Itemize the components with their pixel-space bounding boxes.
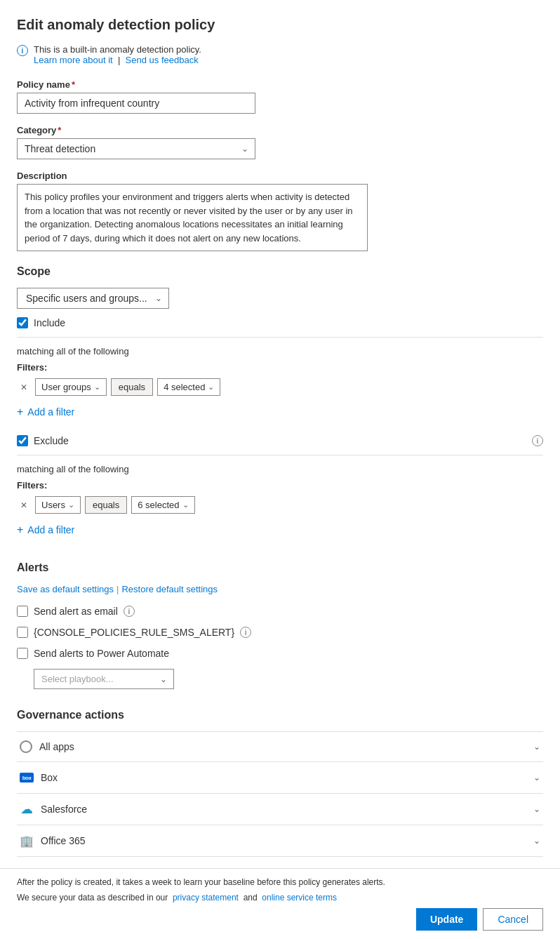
scope-dropdown[interactable]: Specific users and groups... xyxy=(17,288,169,309)
footer-info-text: After the policy is created, it takes a … xyxy=(17,877,543,887)
policy-name-input[interactable] xyxy=(17,93,255,114)
exclude-filter-row: ✕ Users equals 6 selected xyxy=(17,496,543,514)
exclude-section-header: Exclude i xyxy=(17,435,543,446)
power-automate-checkbox[interactable] xyxy=(17,648,28,659)
box-icon: box xyxy=(20,771,34,785)
exclude-filter-value[interactable]: 6 selected xyxy=(131,496,194,514)
sms-info-icon: i xyxy=(240,627,251,638)
alerts-title: Alerts xyxy=(17,561,543,574)
alerts-links: Save as default settings | Restore defau… xyxy=(17,584,543,594)
footer-bar: After the policy is created, it takes a … xyxy=(0,868,560,939)
include-filter-field[interactable]: User groups xyxy=(35,378,107,396)
terms-link[interactable]: online service terms xyxy=(262,893,337,903)
scope-title: Scope xyxy=(17,265,543,278)
include-filter-operator: equals xyxy=(111,378,153,396)
save-default-link[interactable]: Save as default settings xyxy=(17,584,114,594)
playbook-select-wrapper: Select playbook... xyxy=(34,669,174,689)
playbook-select[interactable]: Select playbook... xyxy=(34,669,174,689)
send-email-label: Send alert as email xyxy=(34,606,118,617)
exclude-info-icon: i xyxy=(532,435,543,446)
governance-apps-list: All apps ⌄ box Box ⌄ ☁ Salesforce ⌄ xyxy=(17,731,543,888)
send-email-info-icon: i xyxy=(124,606,135,617)
all-apps-chevron-icon: ⌄ xyxy=(533,742,540,752)
office365-chevron-icon: ⌄ xyxy=(533,836,540,846)
exclude-filters-label: Filters: xyxy=(17,480,543,491)
include-checkbox-row: Include xyxy=(17,317,543,328)
salesforce-icon: ☁ xyxy=(20,802,34,816)
exclude-checkbox[interactable] xyxy=(17,435,28,446)
exclude-add-filter-btn[interactable]: + Add a filter xyxy=(17,521,74,539)
box-chevron-icon: ⌄ xyxy=(533,773,540,782)
learn-more-link[interactable]: Learn more about it xyxy=(34,55,113,65)
description-text: This policy profiles your environment an… xyxy=(17,184,368,251)
exclude-filter-remove-btn[interactable]: ✕ xyxy=(17,498,31,512)
policy-name-field: Policy name* xyxy=(17,79,543,114)
governance-item-office365[interactable]: 🏢 Office 365 ⌄ xyxy=(17,825,543,856)
scope-dropdown-wrapper: Specific users and groups... xyxy=(17,288,169,309)
governance-item-all-apps[interactable]: All apps ⌄ xyxy=(17,731,543,761)
info-text: This is a built-in anomaly detection pol… xyxy=(34,44,201,65)
power-automate-label: Send alerts to Power Automate xyxy=(34,648,169,659)
footer-privacy-text: We secure your data as described in our … xyxy=(17,893,543,903)
update-button[interactable]: Update xyxy=(416,908,477,931)
include-filter-remove-btn[interactable]: ✕ xyxy=(17,380,31,394)
send-email-checkbox[interactable] xyxy=(17,606,28,617)
category-select[interactable]: Threat detection xyxy=(17,138,255,159)
all-apps-icon xyxy=(20,740,32,753)
include-filter-value[interactable]: 4 selected xyxy=(157,378,220,396)
info-banner: i This is a built-in anomaly detection p… xyxy=(17,44,543,65)
include-checkbox[interactable] xyxy=(17,317,28,328)
exclude-matching-label: matching all of the following xyxy=(17,464,543,474)
footer-buttons: Update Cancel xyxy=(17,908,543,931)
privacy-statement-link[interactable]: privacy statement xyxy=(173,893,239,903)
restore-default-link[interactable]: Restore default settings xyxy=(121,584,218,594)
governance-item-salesforce[interactable]: ☁ Salesforce ⌄ xyxy=(17,793,543,825)
office365-icon: 🏢 xyxy=(20,834,34,848)
include-add-filter-btn[interactable]: + Add a filter xyxy=(17,403,74,421)
feedback-link[interactable]: Send us feedback xyxy=(126,55,199,65)
sms-row: {CONSOLE_POLICIES_RULE_SMS_ALERT} i xyxy=(17,627,543,638)
exclude-filter-operator: equals xyxy=(85,496,127,514)
sms-label: {CONSOLE_POLICIES_RULE_SMS_ALERT} xyxy=(34,627,234,638)
category-select-wrapper: Threat detection xyxy=(17,138,255,159)
include-matching-label: matching all of the following xyxy=(17,346,543,357)
send-email-row: Send alert as email i xyxy=(17,606,543,617)
power-automate-section: Send alerts to Power Automate Select pla… xyxy=(17,648,543,689)
governance-title: Governance actions xyxy=(17,709,543,721)
include-label: Include xyxy=(34,317,65,328)
salesforce-chevron-icon: ⌄ xyxy=(533,804,540,814)
info-icon: i xyxy=(17,45,28,56)
cancel-button[interactable]: Cancel xyxy=(483,908,543,931)
exclude-label: Exclude xyxy=(34,435,69,446)
include-filters-label: Filters: xyxy=(17,362,543,373)
description-field: Description This policy profiles your en… xyxy=(17,171,543,251)
category-field: Category* Threat detection xyxy=(17,125,543,159)
include-filter-row: ✕ User groups equals 4 selected xyxy=(17,378,543,396)
page-title: Edit anomaly detection policy xyxy=(17,17,543,33)
sms-checkbox[interactable] xyxy=(17,627,28,638)
governance-item-box[interactable]: box Box ⌄ xyxy=(17,761,543,793)
exclude-filter-field[interactable]: Users xyxy=(35,496,81,514)
